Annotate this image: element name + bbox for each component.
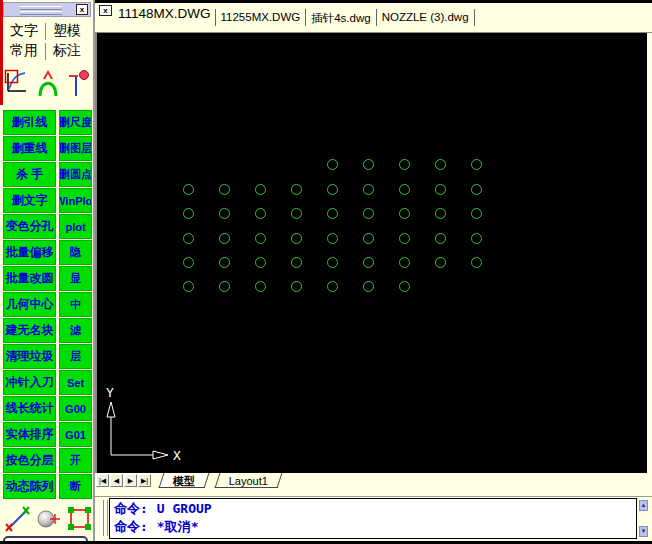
document-tabbar: x 11148MX.DWG 11255MX.DWG 插针4s.dwg NOZZL… [95, 3, 652, 33]
button-del-layer[interactable]: 删图层 [59, 136, 92, 161]
drag-grip[interactable] [20, 6, 62, 10]
pin-leader-icon[interactable] [66, 67, 92, 99]
button-filter[interactable]: 滤 [59, 318, 92, 343]
hole-circle [399, 233, 410, 244]
tab-text[interactable]: 文字 [4, 22, 44, 40]
tab-common[interactable]: 常用 [4, 42, 44, 60]
button-batch-offset[interactable]: 批量偏移 [3, 240, 56, 265]
button-batch-circle[interactable]: 批量改圆 [3, 266, 56, 291]
cad-application-window: x 文字 塑模 常用 标注 [0, 0, 652, 544]
hole-circle [219, 281, 230, 292]
button-layer-by-color[interactable]: 按色分层 [3, 448, 56, 473]
command-area-divider[interactable] [95, 488, 652, 497]
command-history-line: 命令:U GROUP [114, 500, 632, 518]
button-g00[interactable]: G00 [59, 396, 92, 421]
tab-dimension[interactable]: 标注 [47, 42, 87, 60]
button-length-stat[interactable]: 线长统计 [3, 396, 56, 421]
hole-circle [255, 184, 266, 195]
hole-circle [291, 233, 302, 244]
hole-circle [291, 281, 302, 292]
button-geo-center[interactable]: 几何中心 [3, 292, 56, 317]
tab-nav-prev-button[interactable]: ◀ [110, 474, 123, 487]
button-winplot[interactable]: WinPlot [59, 188, 92, 213]
button-dynamic-array[interactable]: 动态陈列 [3, 474, 56, 499]
hole-circle [435, 208, 446, 219]
hole-circle [219, 208, 230, 219]
button-killer[interactable]: 杀 手 [3, 162, 56, 187]
hole-circle [363, 281, 374, 292]
hole-circle [435, 233, 446, 244]
panel-titlebar[interactable]: x [3, 2, 91, 17]
close-icon[interactable]: x [76, 4, 88, 15]
doc-tab-nozzle3[interactable]: NOZZLE (3).dwg [377, 11, 474, 23]
doc-tab-11255mx[interactable]: 11255MX.DWG [216, 11, 306, 23]
hole-circle [471, 233, 482, 244]
tab-mold[interactable]: 塑模 [47, 22, 87, 40]
hole-circle [183, 184, 194, 195]
drag-grip[interactable] [20, 11, 62, 15]
ucs-axis-icon: Y X [97, 373, 197, 471]
hole-circle [291, 257, 302, 268]
button-color-holes[interactable]: 变色分孔 [3, 214, 56, 239]
distance-line-icon[interactable] [4, 505, 30, 533]
hole-circle [435, 159, 446, 170]
layout-tabbar: |◀ ◀ ▶ ▶| 模型 Layout1 [95, 473, 652, 488]
hole-circle [291, 208, 302, 219]
button-break[interactable]: 断 [59, 474, 92, 499]
rect-corners-icon[interactable] [66, 505, 92, 533]
button-del-dupline[interactable]: 删重线 [3, 136, 56, 161]
hole-circle [363, 257, 374, 268]
command-line-input[interactable]: 命令:U GROUP 命令:*取消* [109, 498, 637, 539]
hole-circle [327, 159, 338, 170]
command-drag-grip[interactable] [104, 500, 108, 536]
hole-circle [435, 184, 446, 195]
scroll-up-icon[interactable]: ▲ [639, 500, 648, 511]
tab-nav-last-button[interactable]: ▶| [138, 474, 151, 487]
button-set[interactable]: Set [59, 370, 92, 395]
button-show[interactable]: 显 [59, 266, 92, 291]
button-del-text[interactable]: 删文字 [3, 188, 56, 213]
button-open[interactable]: 开 [59, 448, 92, 473]
hole-circle [471, 159, 482, 170]
doc-tab-11148mx[interactable]: 11148MX.DWG [114, 6, 215, 21]
doc-tab-chazhen4s[interactable]: 插针4s.dwg [306, 11, 375, 26]
polyline-curve-icon[interactable] [4, 67, 30, 99]
close-document-icon[interactable]: x [99, 5, 112, 16]
canvas-vscrollbar[interactable] [646, 33, 652, 473]
button-entity-sort[interactable]: 实体排序 [3, 422, 56, 447]
tab-nav-first-button[interactable]: |◀ [96, 474, 109, 487]
drawing-canvas[interactable]: Y X [95, 33, 646, 473]
button-punch-entry[interactable]: 冲针入刀 [3, 370, 56, 395]
button-g01[interactable]: G01 [59, 422, 92, 447]
button-plot[interactable]: plot [59, 214, 92, 239]
command-scrollbar[interactable]: ▲ ▼ [639, 498, 648, 539]
tool-icon-row [4, 62, 92, 104]
button-purge[interactable]: 清理垃圾 [3, 344, 56, 369]
hole-circle [471, 184, 482, 195]
arch-icon[interactable] [35, 67, 61, 99]
scroll-down-icon[interactable]: ▼ [639, 526, 648, 537]
tab-separator [474, 9, 475, 26]
hole-circle [399, 281, 410, 292]
button-layer2[interactable]: 层 [59, 344, 92, 369]
tab-nav-next-button[interactable]: ▶ [124, 474, 137, 487]
model-tab[interactable]: 模型 [159, 473, 210, 488]
hole-circle [291, 184, 302, 195]
button-anon-block[interactable]: 建无名块 [3, 318, 56, 343]
button-middle[interactable]: 中 [59, 292, 92, 317]
hole-circle [363, 208, 374, 219]
bottom-icon-row [4, 504, 92, 534]
command-history-line: 命令:*取消* [114, 518, 632, 536]
button-hide[interactable]: 隐 [59, 240, 92, 265]
hole-circle [471, 257, 482, 268]
button-del-dim[interactable]: 删尺度 [59, 110, 92, 135]
command-area: 命令:U GROUP 命令:*取消* ▲ ▼ [95, 497, 652, 541]
layout1-tab[interactable]: Layout1 [215, 473, 283, 488]
tab-separator [45, 23, 46, 40]
button-del-dot[interactable]: 删圆点 [59, 162, 92, 187]
hole-circle [255, 281, 266, 292]
button-del-leader[interactable]: 删引线 [3, 110, 56, 135]
hole-circle [183, 233, 194, 244]
hole-circle [219, 257, 230, 268]
sphere-icon[interactable] [35, 505, 61, 533]
